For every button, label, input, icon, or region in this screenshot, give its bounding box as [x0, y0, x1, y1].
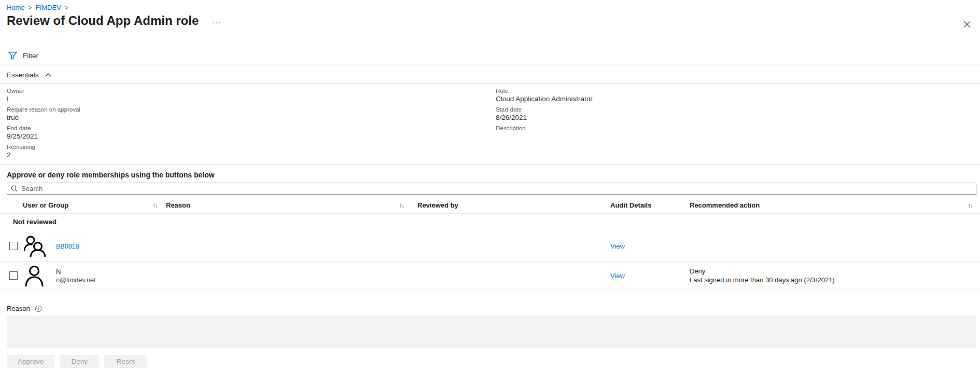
column-label: Reviewed by — [417, 201, 458, 209]
memberships-table: User or Group ↑↓ Reason ↑↓ Reviewed by A… — [0, 197, 980, 290]
essentials-field-require-reason: Require reason on approval true — [7, 106, 496, 122]
field-label: Remaining — [7, 143, 496, 150]
person-icon — [23, 265, 56, 286]
breadcrumb: Home > FIMDEV > — [7, 4, 68, 11]
column-label: Recommended action — [690, 201, 760, 209]
essentials-field-start-date: Start date 8/26/2021 — [496, 106, 980, 122]
row-select-cell — [0, 242, 23, 250]
sort-icon[interactable]: ↑↓ — [968, 202, 973, 209]
action-buttons: Approve Deny Reset — [7, 355, 147, 368]
field-value: 2 — [7, 150, 496, 159]
deny-button[interactable]: Deny — [60, 355, 99, 368]
field-value: I — [7, 94, 496, 103]
essentials-panel: Owner I Require reason on approval true … — [7, 87, 980, 162]
column-header-reviewed-by[interactable]: Reviewed by — [417, 201, 610, 209]
essentials-toggle[interactable]: Essentials — [7, 71, 51, 79]
column-label: Audit Details — [610, 201, 651, 209]
breadcrumb-fimdev-link[interactable]: FIMDEV — [36, 4, 61, 11]
essentials-left-column: Owner I Require reason on approval true … — [7, 87, 496, 162]
user-upn: n@fimdev.net — [56, 276, 166, 284]
field-value: Cloud Application Administrator — [496, 94, 980, 103]
reason-label: Reason — [7, 305, 30, 312]
breadcrumb-separator: > — [29, 4, 32, 11]
recommended-action: Deny — [690, 267, 980, 276]
table-header: User or Group ↑↓ Reason ↑↓ Reviewed by A… — [0, 197, 980, 214]
field-value: 8/26/2021 — [496, 113, 980, 122]
divider — [0, 64, 980, 64]
filter-icon — [8, 51, 17, 60]
table-row: N n@fimdev.net View Deny Last signed in … — [0, 262, 980, 290]
filter-button[interactable]: Filter — [8, 51, 38, 60]
row-checkbox[interactable] — [9, 271, 18, 280]
review-section-title: Approve or deny role memberships using t… — [7, 171, 215, 179]
field-value: 9/25/2021 — [7, 132, 496, 141]
group-header-not-reviewed: Not reviewed — [0, 214, 980, 230]
essentials-field-role: Role Cloud Application Administrator — [496, 87, 980, 103]
field-label: Require reason on approval — [7, 106, 496, 113]
essentials-field-remaining: Remaining 2 — [7, 143, 496, 159]
essentials-field-end-date: End date 9/25/2021 — [7, 125, 496, 141]
field-label: Owner — [7, 87, 496, 94]
group-icon — [23, 235, 56, 257]
search-icon — [11, 185, 18, 192]
filter-label: Filter — [23, 52, 38, 60]
reset-button[interactable]: Reset — [104, 355, 147, 368]
field-label: Description — [496, 125, 980, 132]
breadcrumb-home-link[interactable]: Home — [7, 4, 25, 11]
recommended-action-cell: Deny Last signed in more than 30 days ag… — [690, 267, 980, 284]
field-label: End date — [7, 125, 496, 132]
audit-details-cell: View — [610, 271, 690, 280]
audit-details-cell: View — [610, 241, 690, 251]
essentials-label: Essentials — [7, 71, 39, 79]
user-or-group-cell: BB0818 — [56, 241, 166, 251]
row-checkbox[interactable] — [9, 242, 18, 250]
breadcrumb-separator: > — [65, 4, 68, 11]
column-header-user-or-group[interactable]: User or Group ↑↓ — [0, 201, 166, 209]
group-label: Not reviewed — [13, 218, 57, 226]
user-name: N — [56, 267, 166, 276]
field-label: Role — [496, 87, 980, 94]
sort-icon[interactable]: ↑↓ — [152, 202, 158, 209]
page-title: Review of Cloud App Admin role — [7, 13, 199, 28]
essentials-right-column: Role Cloud Application Administrator Sta… — [496, 87, 980, 162]
column-label: User or Group — [23, 201, 68, 209]
divider — [0, 83, 980, 84]
row-select-cell — [0, 271, 23, 280]
column-header-audit-details[interactable]: Audit Details — [610, 201, 690, 209]
sort-icon[interactable]: ↑↓ — [399, 202, 404, 209]
user-or-group-cell: N n@fimdev.net — [56, 267, 166, 284]
essentials-field-owner: Owner I — [7, 87, 496, 103]
chevron-up-icon — [45, 73, 51, 77]
info-icon[interactable] — [35, 305, 42, 312]
search-box[interactable] — [7, 183, 976, 195]
reason-textarea[interactable] — [7, 315, 976, 348]
group-name-link[interactable]: BB0818 — [56, 243, 79, 250]
essentials-field-description: Description — [496, 125, 980, 141]
column-header-reason[interactable]: Reason ↑↓ — [166, 201, 417, 209]
reason-field-header: Reason — [7, 305, 42, 312]
more-options-icon[interactable]: ··· — [212, 18, 221, 26]
close-icon[interactable] — [963, 20, 971, 29]
field-value — [496, 132, 980, 141]
divider — [0, 164, 980, 165]
title-row: Review of Cloud App Admin role ··· — [7, 13, 221, 28]
access-review-page: Home > FIMDEV > Review of Cloud App Admi… — [0, 0, 980, 371]
field-value: true — [7, 113, 496, 122]
column-header-recommended-action[interactable]: Recommended action ↑↓ — [690, 201, 980, 209]
column-label: Reason — [166, 201, 190, 209]
table-row: BB0818 View — [0, 230, 980, 262]
recommended-detail: Last signed in more than 30 days ago (2/… — [690, 276, 980, 284]
view-audit-link[interactable]: View — [610, 242, 625, 250]
view-audit-link[interactable]: View — [610, 272, 625, 280]
search-input[interactable] — [21, 185, 972, 193]
approve-button[interactable]: Approve — [7, 355, 54, 368]
field-label: Start date — [496, 106, 980, 113]
